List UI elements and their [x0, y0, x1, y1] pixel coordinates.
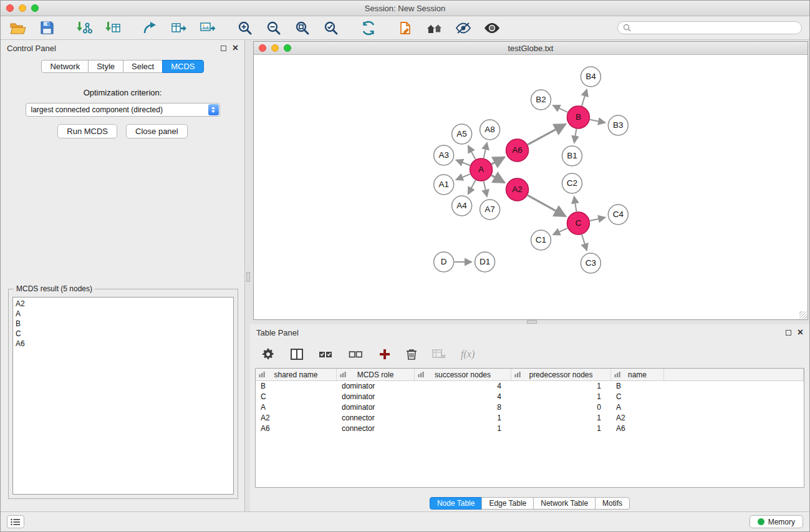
- welcome-screen-icon[interactable]: [425, 19, 445, 37]
- network-node-A7[interactable]: A7: [480, 200, 500, 220]
- close-panel-button[interactable]: Close panel: [126, 124, 188, 138]
- table-row[interactable]: A2connector11A2: [256, 413, 804, 423]
- result-item[interactable]: A2: [16, 299, 231, 309]
- table-row[interactable]: Adominator80A: [256, 402, 804, 413]
- cell-name[interactable]: A2: [611, 413, 664, 423]
- mcds-result-list[interactable]: A2ABCA6: [12, 297, 234, 495]
- cell-shared_name[interactable]: B: [256, 381, 337, 392]
- eye-icon[interactable]: [482, 19, 502, 37]
- network-node-D1[interactable]: D1: [475, 252, 495, 272]
- close-panel-icon[interactable]: ×: [233, 44, 238, 52]
- cell-successors[interactable]: 1: [415, 413, 511, 423]
- close-table-panel-icon[interactable]: ×: [798, 329, 803, 336]
- column-header-shared-name[interactable]: shared name: [256, 369, 337, 381]
- network-node-A6[interactable]: A6: [506, 139, 529, 162]
- network-edge-A-A7[interactable]: [484, 181, 487, 197]
- network-edge-B-B3[interactable]: [590, 120, 605, 123]
- tab-mcds[interactable]: MCDS: [162, 60, 203, 73]
- refresh-icon[interactable]: [359, 19, 378, 37]
- result-item[interactable]: A6: [16, 339, 231, 349]
- search-box[interactable]: [617, 21, 802, 34]
- network-edge-B-B4[interactable]: [582, 89, 587, 106]
- float-table-panel-icon[interactable]: [786, 330, 791, 336]
- cell-successors[interactable]: 4: [415, 392, 511, 402]
- table-row[interactable]: Bdominator41B: [256, 381, 804, 392]
- new-session-document-icon[interactable]: [396, 19, 416, 37]
- network-node-A4[interactable]: A4: [452, 196, 472, 216]
- cell-predecessors[interactable]: 1: [511, 392, 611, 402]
- search-input[interactable]: [634, 24, 796, 32]
- network-canvas[interactable]: B4B2BB3A5A8A6B1A3AC2A1A2A4A7CC4C1C3DD1: [254, 55, 808, 319]
- cell-name[interactable]: A: [611, 402, 664, 413]
- cell-successors[interactable]: 1: [415, 423, 511, 434]
- network-node-A3[interactable]: A3: [434, 145, 454, 165]
- tab-network-table[interactable]: Network Table: [533, 497, 595, 510]
- network-edge-A6-B[interactable]: [528, 124, 566, 145]
- table-settings-gear-icon[interactable]: [261, 347, 275, 361]
- network-node-A2[interactable]: A2: [506, 178, 529, 201]
- network-node-A1[interactable]: A1: [434, 175, 454, 195]
- resize-grip-icon[interactable]: [799, 311, 807, 319]
- network-edge-C-C1[interactable]: [553, 228, 567, 235]
- graphics-details-icon[interactable]: [453, 19, 473, 37]
- network-node-B2[interactable]: B2: [531, 90, 551, 110]
- column-header-name[interactable]: name: [611, 369, 664, 381]
- open-folder-icon[interactable]: [8, 19, 28, 37]
- network-edge-A-A5[interactable]: [468, 145, 476, 159]
- network-edge-A-A8[interactable]: [484, 143, 487, 158]
- cell-successors[interactable]: 8: [415, 402, 511, 413]
- memory-button[interactable]: Memory: [750, 515, 803, 528]
- network-node-D[interactable]: D: [434, 252, 454, 272]
- cell-name[interactable]: A6: [611, 423, 664, 434]
- delete-columns-icon[interactable]: [406, 348, 417, 360]
- cell-mcds_role[interactable]: dominator: [337, 402, 415, 413]
- criterion-select[interactable]: largest connected component (directed): [26, 103, 220, 117]
- function-builder-icon[interactable]: f(x): [461, 349, 475, 360]
- network-edge-C-C4[interactable]: [590, 217, 605, 220]
- network-edge-C-C2[interactable]: [574, 196, 577, 211]
- tab-network[interactable]: Network: [41, 60, 89, 73]
- network-node-B3[interactable]: B3: [608, 115, 628, 135]
- network-node-B1[interactable]: B1: [562, 146, 582, 166]
- cell-name[interactable]: C: [611, 392, 664, 402]
- zoom-in-icon[interactable]: [235, 19, 255, 37]
- export-image-icon[interactable]: [198, 19, 218, 37]
- network-node-C[interactable]: C: [567, 212, 589, 235]
- cell-shared_name[interactable]: A6: [256, 423, 337, 434]
- cell-name[interactable]: B: [611, 381, 664, 392]
- table-row[interactable]: A6connector11A6: [256, 423, 804, 434]
- cell-shared_name[interactable]: A: [256, 402, 337, 413]
- network-node-C3[interactable]: C3: [581, 253, 600, 273]
- network-edge-C-C3[interactable]: [582, 235, 587, 251]
- zoom-out-icon[interactable]: [264, 19, 284, 37]
- cell-mcds_role[interactable]: connector: [337, 413, 415, 423]
- network-edge-A-A4[interactable]: [468, 180, 476, 195]
- tab-style[interactable]: Style: [88, 60, 123, 73]
- cell-predecessors[interactable]: 1: [511, 413, 611, 423]
- export-table-icon[interactable]: [169, 19, 189, 37]
- import-network-icon[interactable]: [74, 19, 94, 37]
- column-header-predecessor-nodes[interactable]: predecessor nodes: [511, 369, 611, 381]
- zoom-window-button[interactable]: [31, 4, 39, 12]
- network-node-A[interactable]: A: [470, 158, 493, 181]
- show-panels-menu-icon[interactable]: [7, 515, 24, 528]
- unselect-all-rows-icon[interactable]: [349, 348, 364, 360]
- add-column-icon[interactable]: [378, 348, 391, 360]
- network-node-A8[interactable]: A8: [480, 120, 500, 140]
- show-columns-icon[interactable]: [290, 348, 304, 360]
- minimize-window-button[interactable]: [19, 4, 26, 12]
- network-edge-B-B2[interactable]: [552, 105, 567, 112]
- zoom-fit-icon[interactable]: [292, 19, 312, 37]
- minimize-network-window-button[interactable]: [271, 44, 279, 52]
- zoom-selected-icon[interactable]: [321, 19, 341, 37]
- network-edge-B-B1[interactable]: [574, 129, 577, 143]
- result-item[interactable]: A: [16, 309, 231, 319]
- tab-edge-table[interactable]: Edge Table: [481, 497, 534, 510]
- network-node-C4[interactable]: C4: [608, 205, 628, 225]
- import-table-icon[interactable]: [103, 19, 123, 37]
- network-edge-A-A6[interactable]: [491, 157, 504, 164]
- tab-motifs[interactable]: Motifs: [595, 497, 630, 510]
- tab-node-table[interactable]: Node Table: [430, 497, 483, 510]
- network-node-A5[interactable]: A5: [452, 124, 472, 144]
- column-header-successor-nodes[interactable]: successor nodes: [415, 369, 511, 381]
